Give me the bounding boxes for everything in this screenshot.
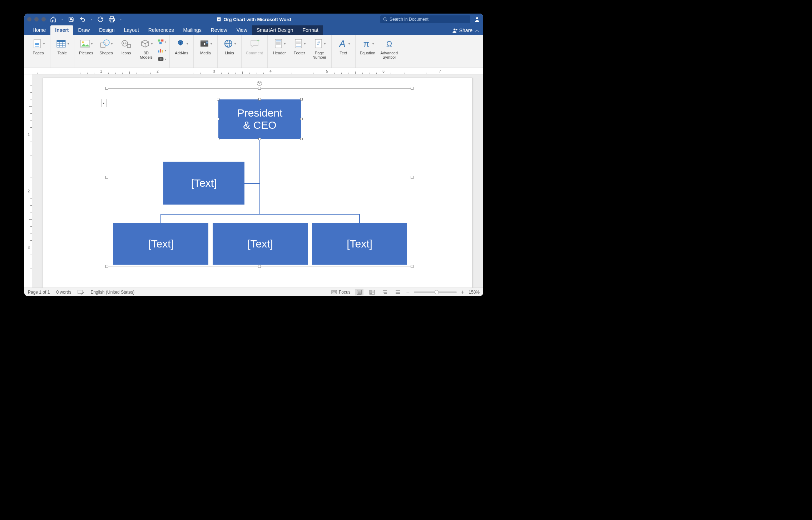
tab-mailings[interactable]: Mailings [178, 25, 206, 35]
app-window: ▾ ▾ ▾ W Org Chart with Microsoft Word Se [24, 14, 483, 296]
user-avatar-icon[interactable] [474, 16, 480, 23]
svg-point-4 [384, 18, 386, 20]
search-placeholder: Search in Document [390, 17, 429, 22]
chart-small-button[interactable]: ▾ [157, 46, 167, 54]
save-icon[interactable] [68, 16, 74, 23]
document-title-area: W Org Chart with Microsoft Word [217, 16, 291, 22]
tab-home[interactable]: Home [28, 25, 50, 35]
addins-button[interactable]: ▾ Add-ins [172, 36, 191, 60]
tab-design[interactable]: Design [94, 25, 119, 35]
svg-point-6 [454, 29, 455, 30]
print-icon[interactable] [109, 16, 115, 23]
undo-icon[interactable] [79, 16, 86, 23]
text-pane-toggle[interactable]: ▸ [101, 99, 107, 107]
share-button[interactable]: Share [452, 28, 472, 33]
svg-rect-24 [127, 44, 130, 48]
text-icon: A [337, 38, 348, 49]
text-button[interactable]: A▾ Text [334, 36, 353, 60]
web-layout-view-button[interactable] [368, 289, 376, 295]
media-button[interactable]: ▾ Media [196, 36, 215, 60]
connector-line [160, 214, 360, 215]
svg-rect-19 [101, 43, 105, 47]
svg-text:A: A [338, 38, 345, 49]
connector-line [160, 214, 161, 223]
minimize-window-button[interactable] [34, 17, 39, 21]
outline-view-button[interactable] [381, 289, 389, 295]
svg-rect-29 [160, 49, 161, 53]
pictures-button[interactable]: ▾ Pictures [76, 36, 96, 60]
links-icon [223, 39, 234, 49]
org-node-child-2[interactable]: [Text] [213, 223, 308, 265]
svg-text:+: + [257, 39, 259, 43]
footer-button[interactable]: ▾ Footer [290, 36, 309, 60]
svg-point-20 [104, 40, 109, 45]
tab-format[interactable]: Format [298, 25, 323, 35]
zoom-in-button[interactable]: + [461, 289, 464, 295]
advanced-symbol-button[interactable]: Ω Advanced Symbol [378, 36, 400, 60]
shapes-button[interactable]: ▾ Shapes [96, 36, 116, 60]
table-button[interactable]: ▾ Table [53, 36, 72, 60]
ribbon: ▾ Pages ▾ Table ▾ Pictures ▾ Shapes Icon… [24, 35, 483, 68]
header-button[interactable]: ▾ Header [270, 36, 289, 60]
statusbar: Page 1 of 1 0 words English (United Stat… [24, 288, 483, 296]
svg-rect-35 [200, 46, 208, 47]
svg-text:π: π [363, 39, 370, 49]
comment-icon: + [249, 39, 260, 49]
document-scroll-area[interactable]: ▸ President & CEO [32, 74, 483, 288]
svg-rect-26 [161, 39, 164, 41]
screenshot-small-button[interactable]: ▾ [157, 55, 167, 63]
svg-text:#: # [317, 40, 320, 46]
tab-smartart-design[interactable]: SmartArt Design [252, 25, 298, 35]
org-node-child-1[interactable]: [Text] [113, 223, 208, 265]
org-node-child-3[interactable]: [Text] [312, 223, 407, 265]
redo-icon[interactable] [97, 16, 104, 23]
search-input[interactable]: Search in Document [380, 15, 470, 23]
svg-point-5 [476, 17, 478, 19]
tab-review[interactable]: Review [206, 25, 232, 35]
search-icon [383, 17, 387, 21]
word-count[interactable]: 0 words [56, 290, 71, 295]
tab-layout[interactable]: Layout [119, 25, 144, 35]
ribbon-tabs: Home Insert Draw Design Layout Reference… [24, 25, 483, 35]
document-page[interactable]: ▸ President & CEO [43, 78, 472, 288]
zoom-slider-thumb[interactable] [435, 290, 439, 294]
page-indicator[interactable]: Page 1 of 1 [28, 290, 50, 295]
language-indicator[interactable]: English (United States) [90, 290, 134, 295]
pages-button[interactable]: ▾ Pages [29, 36, 48, 60]
org-node-assistant[interactable]: [Text] [163, 162, 244, 205]
collapse-ribbon-button[interactable]: ︿ [475, 27, 480, 34]
connector-line [259, 139, 260, 214]
focus-mode-button[interactable]: Focus [331, 290, 351, 295]
horizontal-ruler[interactable]: 1234567 [32, 68, 483, 74]
window-controls [27, 17, 46, 21]
svg-point-21 [122, 40, 128, 46]
page-number-button[interactable]: #▾ Page Number [310, 36, 329, 60]
home-icon[interactable] [50, 16, 56, 23]
print-layout-view-button[interactable] [355, 289, 363, 295]
svg-rect-27 [159, 42, 162, 44]
draft-view-button[interactable] [393, 289, 402, 295]
tab-insert[interactable]: Insert [50, 25, 73, 35]
tab-view[interactable]: View [232, 25, 252, 35]
tab-draw[interactable]: Draw [73, 25, 94, 35]
document-title: Org Chart with Microsoft Word [224, 17, 291, 22]
svg-rect-42 [276, 40, 281, 41]
close-window-button[interactable] [27, 17, 31, 21]
smartart-frame[interactable]: ▸ President & CEO [107, 88, 412, 266]
vertical-ruler[interactable]: 1234 [24, 74, 32, 288]
maximize-window-button[interactable] [41, 17, 46, 21]
icons-button[interactable]: Icons [117, 36, 136, 60]
links-button[interactable]: ▾ Links [220, 36, 239, 60]
3d-models-button[interactable]: ▾ 3D Models [137, 36, 156, 60]
zoom-out-button[interactable]: − [406, 289, 410, 295]
org-node-ceo[interactable]: President & CEO [218, 99, 301, 139]
smartart-small-button[interactable]: ▾ [157, 38, 167, 46]
tab-references[interactable]: References [144, 25, 179, 35]
zoom-slider[interactable] [414, 291, 457, 293]
svg-rect-30 [162, 50, 163, 52]
svg-rect-12 [57, 40, 65, 42]
zoom-level[interactable]: 158% [469, 290, 480, 295]
equation-button[interactable]: π▾ Equation [358, 36, 377, 60]
rotate-handle[interactable] [257, 81, 262, 86]
spellcheck-icon[interactable] [78, 290, 84, 295]
